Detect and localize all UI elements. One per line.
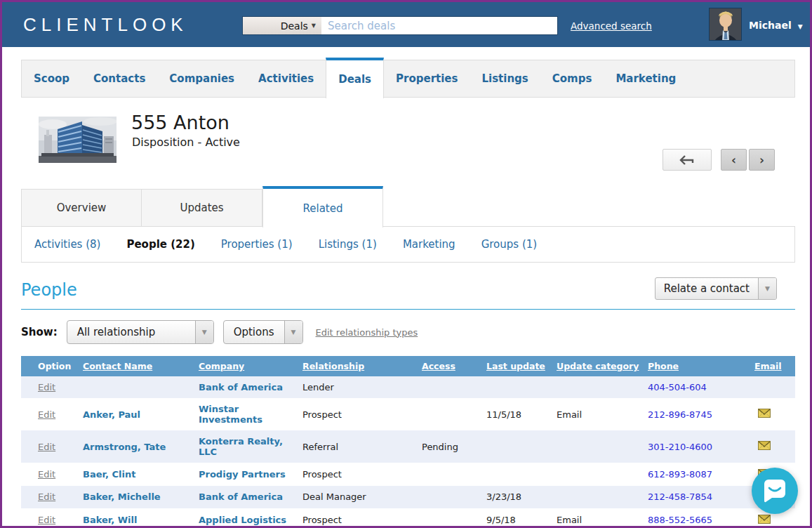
previous-record-button[interactable]: ‹: [721, 149, 747, 171]
column-header-update-category[interactable]: Update category: [551, 356, 642, 376]
column-header-phone[interactable]: Phone: [642, 356, 749, 376]
edit-link[interactable]: Edit: [38, 442, 55, 452]
contact-name-link[interactable]: Baer, Clint: [83, 469, 135, 480]
last-update-cell: [481, 376, 551, 398]
related-tab-marketing[interactable]: Marketing: [403, 238, 455, 251]
nav-tab-comps[interactable]: Comps: [540, 60, 604, 97]
column-header-label[interactable]: Access: [422, 361, 455, 371]
show-label: Show:: [21, 326, 58, 338]
column-header-label: Option: [38, 361, 71, 371]
edit-link[interactable]: Edit: [38, 469, 55, 480]
deal-thumbnail[interactable]: [39, 117, 117, 163]
nav-tab-activities[interactable]: Activities: [246, 60, 326, 97]
advanced-search-link[interactable]: Advanced search: [571, 20, 652, 32]
column-header-last-update[interactable]: Last update: [481, 356, 551, 376]
user-avatar[interactable]: [709, 8, 742, 41]
phone-cell: 888-552-5665: [642, 508, 749, 528]
nav-tab-listings[interactable]: Listings: [470, 60, 540, 97]
chat-bubble-icon: [764, 479, 786, 503]
contact-name-link[interactable]: Baker, Michelle: [83, 491, 161, 502]
people-table: OptionContact NameCompanyRelationshipAcc…: [21, 356, 795, 528]
company-link[interactable]: Winstar Investments: [199, 404, 262, 425]
update-category-cell: Email: [551, 508, 642, 528]
related-tab-activities-8[interactable]: Activities (8): [34, 238, 100, 251]
related-tab-groups-1[interactable]: Groups (1): [481, 238, 538, 251]
company-link[interactable]: Bank of America: [199, 382, 283, 392]
edit-link[interactable]: Edit: [38, 491, 55, 502]
nav-tab-properties[interactable]: Properties: [384, 60, 470, 97]
column-header-email[interactable]: Email: [749, 356, 795, 376]
clientlook-logo: CLIENTLOOK: [23, 14, 188, 36]
chevron-down-icon[interactable]: ▼: [758, 278, 776, 299]
company-link[interactable]: Bank of America: [199, 491, 283, 502]
user-menu[interactable]: Michael ▼: [749, 20, 803, 31]
company-link[interactable]: Konterra Realty, LLC: [199, 436, 283, 457]
nav-tab-scoop[interactable]: Scoop: [22, 60, 81, 97]
column-header-contact-name[interactable]: Contact Name: [77, 356, 193, 376]
company-link[interactable]: Applied Logistics: [199, 515, 286, 525]
relationship-cell: Referral: [297, 430, 416, 463]
relationship-type-select[interactable]: All relationship types ▼: [67, 320, 214, 344]
related-tab-listings-1[interactable]: Listings (1): [319, 238, 377, 251]
column-header-company[interactable]: Company: [193, 356, 297, 376]
company-link[interactable]: Prodigy Partners: [199, 469, 286, 480]
table-row: EditAnker, PaulWinstar InvestmentsProspe…: [21, 398, 795, 430]
contact-name-link[interactable]: Armstrong, Tate: [83, 442, 166, 452]
related-tab-people-22[interactable]: People (22): [126, 238, 194, 251]
edit-link[interactable]: Edit: [38, 382, 55, 392]
contact-name-link[interactable]: Baker, Will: [83, 515, 137, 525]
company-cell: Konterra Realty, LLC: [193, 430, 297, 463]
column-header-label[interactable]: Phone: [648, 361, 679, 371]
next-record-button[interactable]: ›: [749, 149, 775, 171]
edit-link[interactable]: Edit: [38, 515, 55, 525]
options-dropdown-button[interactable]: Options ▼: [223, 320, 303, 344]
chevron-down-icon: ▼: [798, 23, 803, 30]
edit-relationship-types-link[interactable]: Edit relationship types: [316, 327, 418, 338]
related-subtabs: Activities (8)People (22)Properties (1)L…: [21, 226, 795, 263]
phone-cell: 301-210-4600: [642, 430, 749, 463]
column-header-label[interactable]: Email: [754, 361, 782, 371]
phone-link[interactable]: 612-893-8087: [648, 469, 712, 480]
relationship-cell: Lender: [297, 376, 416, 398]
table-row: EditArmstrong, TateKonterra Realty, LLCR…: [21, 430, 795, 463]
search-scope-dropdown[interactable]: Deals ▼: [243, 17, 321, 34]
column-header-access[interactable]: Access: [416, 356, 481, 376]
option-cell: Edit: [21, 376, 77, 398]
chat-widget-button[interactable]: [752, 468, 798, 514]
access-cell: Pending: [416, 430, 481, 463]
related-tab-properties-1[interactable]: Properties (1): [221, 238, 293, 251]
phone-link[interactable]: 301-210-4600: [648, 442, 712, 452]
phone-link[interactable]: 404-504-604: [648, 382, 707, 392]
email-envelope-icon[interactable]: [758, 441, 771, 452]
detail-tab-overview[interactable]: Overview: [21, 189, 142, 227]
company-cell: Prodigy Partners: [193, 463, 297, 486]
edit-link[interactable]: Edit: [38, 409, 55, 420]
contact-name-link[interactable]: Anker, Paul: [83, 409, 140, 420]
email-envelope-icon[interactable]: [758, 515, 771, 526]
phone-link[interactable]: 888-552-5665: [648, 515, 712, 525]
phone-link[interactable]: 212-896-8745: [648, 409, 712, 420]
options-label: Options: [224, 321, 284, 343]
nav-tab-contacts[interactable]: Contacts: [81, 60, 157, 97]
column-header-label[interactable]: Company: [199, 361, 244, 371]
option-cell: Edit: [21, 430, 77, 463]
search-input[interactable]: [321, 17, 557, 34]
option-cell: Edit: [21, 398, 77, 430]
column-header-label[interactable]: Last update: [486, 361, 545, 371]
contact-name-cell: Baker, Michelle: [77, 486, 193, 509]
back-button[interactable]: [663, 149, 712, 171]
people-table-container: OptionContact NameCompanyRelationshipAcc…: [21, 356, 795, 528]
column-header-label[interactable]: Update category: [557, 361, 639, 371]
nav-tab-marketing[interactable]: Marketing: [604, 60, 688, 97]
column-header-label[interactable]: Relationship: [302, 361, 364, 371]
detail-tab-updates[interactable]: Updates: [142, 189, 262, 227]
relate-a-contact-button[interactable]: Relate a contact ▼: [655, 277, 777, 300]
nav-tab-companies[interactable]: Companies: [157, 60, 246, 97]
phone-link[interactable]: 212-458-7854: [648, 491, 712, 502]
column-header-label[interactable]: Contact Name: [83, 361, 152, 371]
detail-tab-related[interactable]: Related: [262, 186, 383, 227]
column-header-relationship[interactable]: Relationship: [297, 356, 416, 376]
email-envelope-icon[interactable]: [758, 409, 771, 420]
table-header-row: OptionContact NameCompanyRelationshipAcc…: [21, 356, 795, 376]
nav-tab-deals[interactable]: Deals: [326, 58, 384, 98]
